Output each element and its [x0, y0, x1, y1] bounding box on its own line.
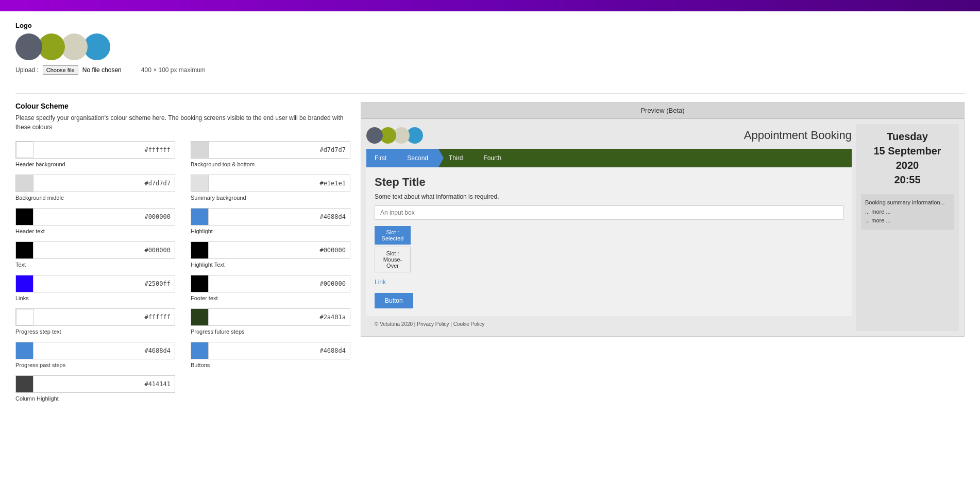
no-file-text: No file chosen — [82, 66, 122, 74]
preview-steps-bar: First Second Third — [366, 149, 852, 167]
logo-circles — [15, 33, 965, 60]
upload-label: Upload : — [15, 66, 39, 74]
colour-input-header-text[interactable]: #000000 — [15, 208, 175, 226]
left-panel: Colour Scheme Please specify your organi… — [15, 102, 350, 402]
colour-input-column-highlight[interactable]: #414141 — [15, 375, 175, 393]
preview-date: Tuesday 15 September 2020 20:55 — [861, 129, 954, 187]
step-desc: Some text about what information is requ… — [375, 193, 843, 200]
colour-hex-progress-future: #2a401a — [209, 314, 350, 321]
slot-selected-button[interactable]: Slot : Selected — [375, 226, 411, 245]
colour-swatch-progress-future — [191, 309, 209, 325]
slot-mouseover-display: Slot : Mouse-Over — [375, 247, 411, 272]
colour-hex-footer-text: #000000 — [209, 280, 350, 287]
colour-input-highlight[interactable]: #4688d4 — [191, 208, 350, 226]
colour-input-bg-middle[interactable]: #d7d7d7 — [15, 175, 175, 192]
colour-input-progress-step-text[interactable]: #ffffff — [15, 308, 175, 326]
colour-hex-progress-past: #4688d4 — [33, 347, 175, 354]
preview-footer-text: © Vetstoria 2020 | Privacy Policy | Cook… — [375, 321, 484, 327]
two-col-layout: Colour Scheme Please specify your organi… — [15, 102, 965, 402]
step-first-label: First — [375, 154, 386, 162]
colour-hex-bg-top: #d7d7d7 — [209, 146, 350, 153]
colour-row-bg-top: #d7d7d7 Background top & bottom — [191, 141, 350, 167]
right-panel: Preview (Beta) Appointment Booking — [361, 102, 965, 402]
colour-row-progress-past: #4688d4 Progress past steps — [15, 342, 175, 368]
colour-row-bg-middle: #d7d7d7 Background middle — [15, 175, 175, 201]
preview-link[interactable]: Link — [375, 279, 843, 286]
top-bar — [0, 0, 980, 11]
preview-date-line3: 20:55 — [861, 172, 954, 187]
colour-input-header-bg[interactable]: #ffffff — [15, 141, 175, 159]
colour-name-highlight: Highlight — [191, 228, 350, 234]
colour-hex-buttons: #4688d4 — [209, 347, 350, 354]
preview-summary-line1: Booking summary information... — [865, 198, 950, 207]
colour-input-bg-top[interactable]: #d7d7d7 — [191, 141, 350, 159]
colour-row-column-highlight: #414141 Column Highlight — [15, 375, 175, 402]
choose-file-button[interactable]: Choose file — [43, 65, 78, 75]
colour-swatch-summary-bg — [191, 175, 209, 192]
colour-input-links[interactable]: #2500ff — [15, 275, 175, 292]
preview-body: Appointment Booking First Second — [361, 119, 964, 336]
colour-scheme-desc: Please specify your organisation's colou… — [15, 113, 350, 132]
logo-label: Logo — [15, 22, 965, 29]
logo-circle-1 — [15, 33, 42, 60]
colour-hex-bg-middle: #d7d7d7 — [33, 180, 175, 187]
colour-name-header-bg: Header background — [15, 161, 175, 167]
colour-swatch-progress-past — [16, 342, 33, 359]
colour-input-footer-text[interactable]: #000000 — [191, 275, 350, 292]
preview-button[interactable]: Button — [375, 293, 413, 308]
colour-name-footer-text: Footer text — [191, 295, 350, 301]
preview-date-line1: Tuesday — [861, 129, 954, 144]
colour-name-progress-step-text: Progress step text — [15, 328, 175, 335]
colour-hex-summary-bg: #e1e1e1 — [209, 180, 350, 187]
colour-hex-header-bg: #ffffff — [33, 146, 175, 153]
colour-name-header-text: Header text — [15, 228, 175, 234]
step-fourth[interactable]: Fourth — [473, 149, 510, 167]
preview-app-title: Appointment Booking — [744, 129, 852, 142]
colour-row-highlight-text: #000000 Highlight Text — [191, 241, 350, 268]
step-third-label: Third — [449, 154, 463, 162]
colour-name-links: Links — [15, 295, 175, 301]
logo-section: Logo Upload : Choose file No file chosen… — [15, 22, 965, 75]
colour-hex-header-text: #000000 — [33, 213, 175, 220]
preview-content-area: Step Title Some text about what informat… — [366, 167, 852, 317]
colour-swatch-links — [16, 275, 33, 292]
step-first[interactable]: First — [366, 149, 397, 167]
slot-buttons: Slot : Selected Slot : Mouse-Over — [375, 226, 843, 272]
colour-input-progress-future[interactable]: #2a401a — [191, 308, 350, 326]
colour-swatch-text — [16, 242, 33, 258]
main-content: Logo Upload : Choose file No file chosen… — [0, 11, 980, 485]
colour-input-buttons[interactable]: #4688d4 — [191, 342, 350, 359]
colour-swatch-header-bg — [16, 142, 33, 158]
preview-summary-line3: ... more ... — [865, 216, 950, 226]
colour-row-summary-bg: #e1e1e1 Summary background — [191, 175, 350, 201]
colour-input-summary-bg[interactable]: #e1e1e1 — [191, 175, 350, 192]
colour-row-highlight: #4688d4 Highlight — [191, 208, 350, 234]
step-fourth-label: Fourth — [483, 154, 501, 162]
colour-row-text: #000000 Text — [15, 241, 175, 268]
colour-hex-links: #2500ff — [33, 280, 175, 287]
colour-name-progress-future: Progress future steps — [191, 328, 350, 335]
colour-swatch-footer-text — [191, 275, 209, 292]
colour-input-text[interactable]: #000000 — [15, 241, 175, 259]
step-third[interactable]: Third — [438, 149, 473, 167]
preview-summary-line2: ... more ... — [865, 207, 950, 217]
colour-input-progress-past[interactable]: #4688d4 — [15, 342, 175, 359]
colour-name-bg-middle: Background middle — [15, 195, 175, 201]
colour-row-header-text: #000000 Header text — [15, 208, 175, 234]
preview-circle-1 — [366, 127, 383, 144]
preview-logo-row: Appointment Booking — [366, 124, 852, 149]
colour-input-highlight-text[interactable]: #000000 — [191, 241, 350, 259]
preview-circles — [366, 127, 420, 144]
step-second[interactable]: Second — [397, 149, 438, 167]
colour-row-links: #2500ff Links — [15, 275, 175, 301]
colour-swatch-bg-top — [191, 142, 209, 158]
colour-swatch-highlight-text — [191, 242, 209, 258]
upload-row: Upload : Choose file No file chosen 400 … — [15, 65, 965, 75]
step-input[interactable] — [375, 205, 843, 220]
preview-main: Appointment Booking First Second — [366, 124, 852, 331]
colour-name-bg-top: Background top & bottom — [191, 161, 350, 167]
colour-name-column-highlight: Column Highlight — [15, 395, 175, 402]
colour-swatch-header-text — [16, 209, 33, 225]
colour-swatch-progress-step-text — [16, 309, 33, 325]
colour-hex-highlight-text: #000000 — [209, 247, 350, 254]
